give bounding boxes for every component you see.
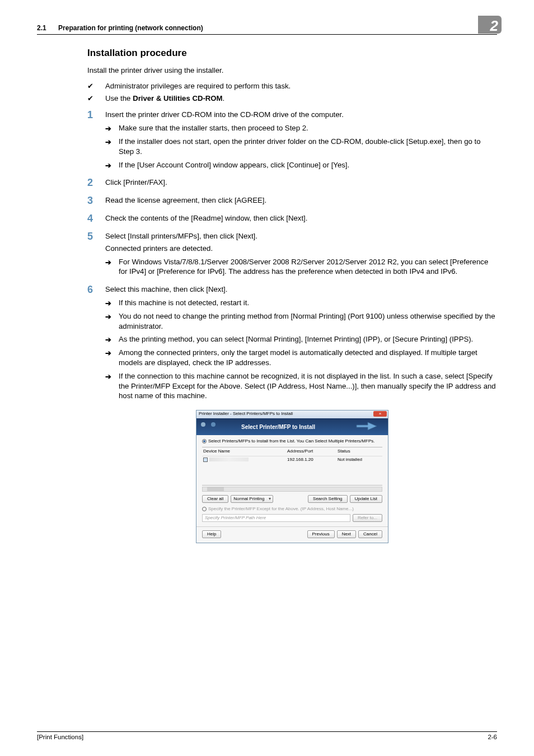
printing-method-select[interactable]: Normal Printing [231,495,273,503]
arrow-icon: ➔ [105,335,111,345]
step-number: 1 [87,108,100,122]
banner-arrow-icon [355,421,378,432]
row-address: 192.168.1.20 [287,457,338,463]
arrow-icon: ➔ [105,372,111,382]
substep-item: ➔If this machine is not detected, restar… [105,298,497,308]
arrow-icon: ➔ [105,298,111,309]
substep-text: Among the connected printers, only the t… [119,348,477,367]
check-icon: ✔ [87,94,93,104]
arrow-icon: ➔ [105,124,111,134]
printer-table: Device Name Address/Port Status 192.168.… [202,447,382,486]
substep-item: ➔As the printing method, you can select … [105,334,497,344]
step-number: 5 [87,230,100,243]
step-number: 4 [87,212,100,225]
table-header: Device Name Address/Port Status [202,447,382,456]
close-icon: × [379,411,382,416]
prereq-text-bold: Driver & Utilities CD-ROM [133,94,222,102]
step-text: Check the contents of the [Readme] windo… [105,214,307,222]
radio-label: Select Printers/MFPs to Install from the… [208,438,374,444]
radio-label: Specify the Printer/MFP Except for the A… [208,506,354,511]
page-header: 2.1 Preparation for printing (network co… [37,22,497,35]
step-text: Insert the printer driver CD-ROM into th… [105,110,344,119]
prereq-text-suffix: . [223,94,225,102]
step-text: Read the license agreement, then click [… [105,196,266,204]
radio-specify-printer[interactable]: Specify the Printer/MFP Except for the A… [202,506,382,512]
refer-to-button[interactable]: Refer to... [353,514,382,522]
substep-text: If the installer does not start, open th… [119,137,481,156]
col-address-port: Address/Port [287,449,338,455]
dialog-titlebar[interactable]: Printer Installer - Select Printers/MFPs… [196,410,388,418]
substep-text: If the connection to this machine cannot… [119,372,496,400]
substep-text: You do not need to change the printing m… [119,312,495,330]
substep-text: If the [User Account Control] window app… [119,161,349,169]
step-note: Connected printers are detected. [105,244,497,254]
radio-icon [202,507,207,511]
step-text: Click [Printer/FAX]. [105,178,167,186]
substep-item: ➔If the [User Account Control] window ap… [105,160,497,170]
arrow-icon: ➔ [105,137,111,147]
search-setting-button[interactable]: Search Setting [308,495,347,503]
check-icon: ✔ [87,81,93,91]
row-checkbox[interactable] [203,458,208,462]
help-button[interactable]: Help [202,530,221,538]
substep-item: ➔If the installer does not start, open t… [105,137,497,157]
section-number: 2.1 [37,24,46,32]
prereq-item: ✔ Administrator privileges are required … [87,81,497,91]
footer-right: 2-6 [488,734,497,740]
row-status: Not installed [338,457,371,463]
step-item: 4 Check the contents of the [Readme] win… [87,213,497,223]
dialog-banner: Select Printer/MFP to Install [196,418,388,435]
substep-item: ➔Among the connected printers, only the … [105,348,497,368]
device-name-blurred [209,458,249,461]
footer-left: [Print Functions] [37,734,83,740]
step-item: 3 Read the license agreement, then click… [87,195,497,206]
section-title: Preparation for printing (network connec… [58,24,203,32]
step-item: 5 Select [Install printers/MFPs], then c… [87,231,497,277]
steps-list: 1 Insert the printer driver CD-ROM into … [87,110,497,401]
prereq-text: Administrator privileges are required to… [105,82,291,90]
content-title: Installation procedure [87,47,497,60]
cancel-button[interactable]: Cancel [358,530,382,538]
chapter-badge: 2 [478,16,502,34]
substep-item: ➔You do not need to change the printing … [105,311,497,332]
clear-all-button[interactable]: Clear all [202,495,228,503]
col-status: Status [338,449,371,455]
next-button[interactable]: Next [337,530,356,538]
previous-button[interactable]: Previous [307,530,335,538]
printer-path-input[interactable]: Specify Printer/MFP Path Here [202,514,350,522]
content-intro: Install the printer driver using the ins… [87,66,497,76]
substep-item: ➔Make sure that the installer starts, th… [105,123,497,133]
horizontal-scrollbar[interactable] [202,487,382,492]
banner-title: Select Printer/MFP to Install [241,423,315,431]
page-footer: [Print Functions] 2-6 [37,731,497,740]
banner-logo-icon [201,422,218,431]
prereq-list: ✔ Administrator privileges are required … [87,81,497,104]
step-item: 2 Click [Printer/FAX]. [87,178,497,188]
table-row[interactable]: 192.168.1.20 Not installed [202,456,382,464]
dialog-title-text: Printer Installer - Select Printers/MFPs… [199,411,293,416]
update-list-button[interactable]: Update List [350,495,382,503]
substep-text: Make sure that the installer starts, the… [119,124,308,132]
step-text: Select [Install printers/MFPs], then cli… [105,232,257,240]
arrow-icon: ➔ [105,258,111,268]
col-device-name: Device Name [203,449,287,455]
prereq-item: ✔ Use the Driver & Utilities CD-ROM. [87,94,497,104]
arrow-icon: ➔ [105,161,111,171]
radio-icon [202,439,207,444]
step-number: 3 [87,194,100,207]
prereq-text-prefix: Use the [105,94,133,102]
installer-dialog: Printer Installer - Select Printers/MFPs… [196,410,388,543]
substep-text: As the printing method, you can select [… [119,335,473,343]
substep-text: If this machine is not detected, restart… [119,298,249,307]
chapter-number: 2 [490,17,498,34]
installer-dialog-wrap: Printer Installer - Select Printers/MFPs… [87,410,497,543]
step-number: 6 [87,283,100,296]
arrow-icon: ➔ [105,312,111,322]
step-number: 2 [87,176,100,189]
substep-item: ➔If the connection to this machine canno… [105,371,497,401]
step-item: 6 Select this machine, then click [Next]… [87,284,497,401]
arrow-icon: ➔ [105,348,111,358]
substep-text: For Windows Vista/7/8/8.1/Server 2008/Se… [119,258,488,276]
radio-select-from-list[interactable]: Select Printers/MFPs to Install from the… [202,438,382,445]
close-button[interactable]: × [373,411,387,417]
